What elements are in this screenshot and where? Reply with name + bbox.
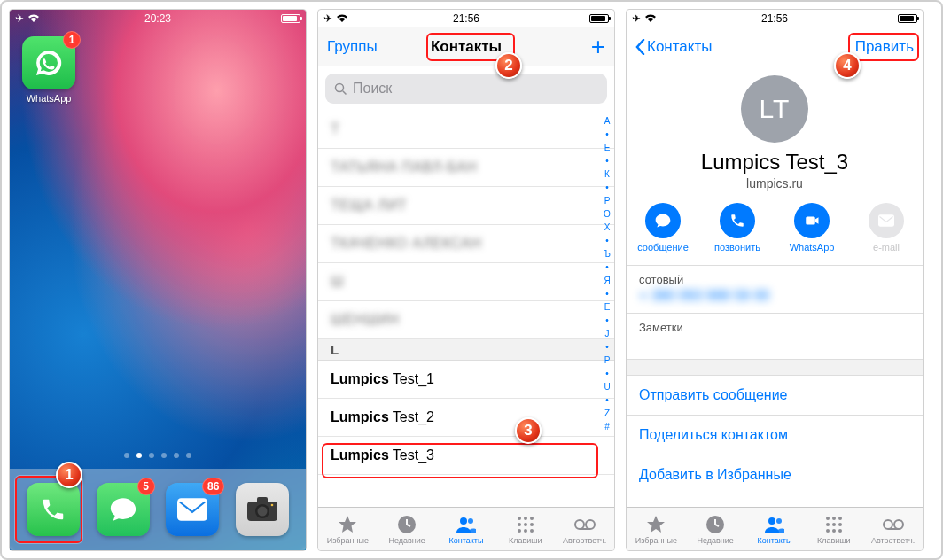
list-item[interactable]: Lumpics Test_3 — [318, 437, 614, 475]
notes-cell[interactable]: Заметки — [627, 313, 923, 359]
tab-favorites[interactable]: Избранные — [627, 508, 686, 550]
clock: 20:23 — [144, 12, 171, 25]
whatsapp-app-icon[interactable]: 1 — [22, 36, 75, 89]
list-item[interactable]: ШЕНШИН — [318, 301, 614, 339]
add-contact-button[interactable]: + — [591, 35, 605, 59]
search-placeholder: Поиск — [353, 81, 392, 97]
svg-point-10 — [468, 518, 473, 524]
contact-name: Lumpics Test_3 — [627, 150, 923, 175]
svg-point-17 — [518, 529, 521, 533]
clock: 21:56 — [761, 12, 788, 25]
dock: 5 86 — [10, 469, 306, 550]
chevron-left-icon — [635, 39, 645, 55]
svg-line-7 — [343, 90, 347, 94]
airplane-icon: ✈ — [632, 12, 641, 25]
contact-detail: LT Lumpics Test_3 lumpics.ru сообщение п… — [627, 66, 923, 507]
tab-keypad[interactable]: Клавиши — [495, 508, 555, 550]
list-item[interactable]: Lumpics Test_1 — [318, 361, 614, 399]
airplane-icon: ✈ — [15, 12, 24, 25]
svg-point-30 — [838, 517, 842, 520]
action-message[interactable]: сообщение — [635, 203, 690, 253]
svg-point-26 — [768, 517, 775, 525]
tab-bar: Избранные Недавние Контакты Клавиши Авто… — [318, 507, 614, 550]
svg-point-9 — [460, 517, 467, 525]
contacts-list-screen: ✈ 21:56 Группы Контакты + Поиск Т ТАТЬЯН… — [317, 9, 615, 551]
list-item[interactable]: ТКАЧЕНКО АЛЕКСАН — [318, 225, 614, 263]
status-bar: ✈ 21:56 — [627, 10, 923, 27]
whatsapp-label: WhatsApp — [22, 93, 75, 104]
phone-cell[interactable]: сотовый + 380 093 988 59 00 — [627, 265, 923, 313]
svg-point-21 — [586, 520, 595, 529]
svg-point-11 — [518, 517, 521, 520]
svg-rect-24 — [878, 214, 894, 227]
svg-rect-0 — [177, 498, 207, 521]
whatsapp-badge: 1 — [63, 31, 81, 49]
tab-favorites[interactable]: Избранные — [318, 508, 378, 550]
search-input[interactable]: Поиск — [325, 74, 607, 104]
camera-app-icon[interactable] — [236, 483, 289, 536]
action-email: e-mail — [859, 203, 914, 253]
svg-point-14 — [518, 523, 521, 526]
messages-app-icon[interactable]: 5 — [97, 483, 150, 536]
list-item[interactable]: ТАТЬЯНА ПАВЛ-БАН — [318, 149, 614, 187]
list-item[interactable]: ТЕЩА ЛИТ — [318, 187, 614, 225]
airplane-icon: ✈ — [323, 12, 332, 25]
status-bar: ✈ 21:56 — [318, 10, 614, 27]
avatar: LT — [741, 75, 808, 143]
list-item[interactable]: Т — [318, 111, 614, 149]
nav-title: Контакты — [431, 38, 502, 56]
battery-icon — [281, 14, 300, 23]
svg-point-29 — [832, 517, 836, 520]
svg-point-33 — [838, 523, 842, 526]
alpha-index[interactable]: А•Е•К•РОХ•Ъ•Я•Е•J•Р•U•Z# — [600, 111, 614, 507]
phone-app-icon[interactable] — [27, 483, 80, 536]
groups-link[interactable]: Группы — [327, 38, 378, 56]
tab-voicemail[interactable]: Автоответч. — [555, 508, 614, 550]
tab-keypad[interactable]: Клавиши — [804, 508, 863, 550]
add-favorite-link[interactable]: Добавить в Избранные — [627, 455, 923, 494]
nav-bar: Контакты Править — [627, 27, 923, 66]
edit-button[interactable]: Править — [855, 38, 914, 56]
tab-recents[interactable]: Недавние — [686, 508, 745, 550]
svg-point-31 — [826, 523, 830, 526]
svg-point-19 — [530, 529, 534, 533]
tab-recents[interactable]: Недавние — [378, 508, 437, 550]
svg-point-35 — [832, 529, 836, 533]
tab-contacts[interactable]: Контакты — [745, 508, 805, 550]
svg-rect-2 — [257, 497, 268, 503]
svg-point-32 — [832, 523, 836, 526]
svg-point-20 — [575, 520, 584, 529]
messages-badge: 5 — [137, 478, 155, 495]
svg-point-5 — [271, 504, 274, 507]
svg-point-34 — [826, 529, 830, 533]
svg-point-16 — [530, 523, 534, 526]
action-row: сообщение позвонить WhatsApp e-mail — [627, 203, 923, 253]
svg-point-27 — [776, 518, 782, 524]
svg-point-6 — [336, 83, 344, 91]
section-header-l: L — [318, 339, 614, 361]
svg-point-4 — [258, 507, 268, 517]
svg-point-38 — [894, 520, 903, 529]
list-item[interactable]: Ш — [318, 263, 614, 301]
svg-rect-23 — [806, 217, 815, 225]
send-message-link[interactable]: Отправить сообщение — [627, 375, 923, 415]
share-contact-link[interactable]: Поделиться контактом — [627, 415, 923, 455]
mail-badge: 86 — [202, 478, 224, 495]
tab-bar: Избранные Недавние Контакты Клавиши Авто… — [627, 507, 923, 550]
mail-app-icon[interactable]: 86 — [166, 483, 219, 536]
svg-point-12 — [524, 517, 527, 520]
list-item[interactable]: Lumpics Test_2 — [318, 399, 614, 437]
wifi-icon — [27, 14, 40, 23]
svg-point-18 — [524, 529, 527, 533]
wifi-icon — [644, 14, 657, 23]
svg-point-13 — [530, 517, 534, 520]
contacts-list[interactable]: Т ТАТЬЯНА ПАВЛ-БАН ТЕЩА ЛИТ ТКАЧЕНКО АЛЕ… — [318, 111, 614, 507]
status-bar: ✈ 20:23 — [10, 10, 306, 27]
page-indicator — [10, 453, 306, 462]
tab-contacts[interactable]: Контакты — [437, 508, 496, 550]
tab-voicemail[interactable]: Автоответч. — [863, 508, 923, 550]
back-button[interactable]: Контакты — [635, 38, 712, 56]
clock: 21:56 — [453, 12, 479, 25]
action-call[interactable]: позвонить — [710, 203, 765, 253]
action-whatsapp[interactable]: WhatsApp — [784, 203, 839, 253]
